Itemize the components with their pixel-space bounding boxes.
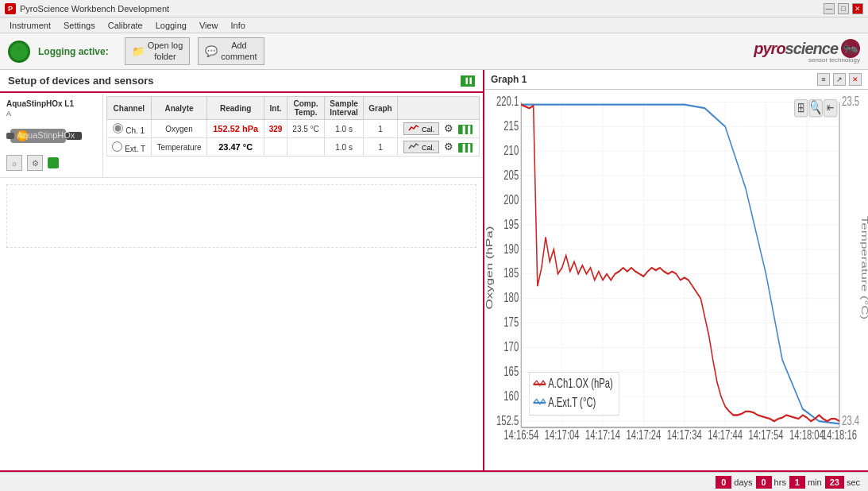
folder-icon: 📁 (132, 45, 145, 57)
panel-pause-button[interactable]: ▐▐ (461, 75, 475, 87)
cell-reading-1: 152.52 hPa (207, 120, 264, 138)
menu-logging[interactable]: Logging (149, 19, 193, 32)
menu-settings[interactable]: Settings (57, 19, 102, 32)
cell-comp-temp-1: 23.5 °C (287, 120, 325, 138)
panel-title: Setup of devices and sensors (8, 75, 154, 87)
svg-text:205: 205 (503, 167, 519, 182)
open-log-folder-button[interactable]: 📁 Open logfolder (125, 37, 191, 64)
logging-indicator (8, 41, 30, 63)
left-panel: Setup of devices and sensors ▐▐ AquaStin… (0, 70, 484, 472)
min-label: min (808, 477, 822, 487)
svg-text:Temperature (°C): Temperature (°C) (859, 216, 868, 319)
cell-actions-1: Cal. ⚙ ▐▐ (397, 120, 479, 138)
cell-sample-interval-1: 1.0 s (325, 120, 364, 138)
svg-text:14:18:16: 14:18:16 (822, 427, 857, 443)
empty-device-area (0, 178, 483, 470)
menu-calibrate[interactable]: Calibrate (102, 19, 149, 32)
calibrate-button-1[interactable]: Cal. (403, 122, 439, 135)
app-icon: P (5, 3, 16, 14)
svg-text:23.5: 23.5 (842, 94, 859, 109)
svg-text:AquaStinpHOx: AquaStinpHOx (17, 130, 75, 140)
device-status-indicator (48, 157, 59, 168)
channel-radio-1[interactable] (113, 123, 123, 133)
col-sample-interval: SampleInterval (325, 97, 364, 120)
device-image-area: AquaStinpHOx (6, 122, 96, 150)
col-int: Int. (264, 97, 287, 120)
device-image: AquaStinpHOx (6, 122, 86, 150)
hrs-segment: 0 hrs (756, 476, 786, 489)
table-row: Ch. 1 Oxygen 152.52 hPa 329 23.5 °C 1.0 … (107, 120, 480, 138)
device-id: A (6, 110, 96, 118)
graph-table-view-button[interactable]: ≡ (817, 73, 830, 86)
svg-text:195: 195 (503, 216, 519, 231)
cell-graph-2: 1 (364, 138, 398, 157)
hrs-label: hrs (774, 477, 786, 487)
status-icon-2[interactable]: ▐▐ (458, 143, 473, 153)
col-graph: Graph (364, 97, 398, 120)
main-content: Setup of devices and sensors ▐▐ AquaStin… (0, 70, 868, 472)
svg-text:14:17:44: 14:17:44 (708, 427, 743, 443)
svg-text:14:17:04: 14:17:04 (545, 427, 580, 443)
days-segment: 0 days (716, 476, 752, 489)
status-icon-1[interactable]: ▐▐ (458, 125, 473, 134)
svg-text:⊞: ⊞ (797, 100, 804, 115)
menu-instrument[interactable]: Instrument (3, 19, 57, 32)
calibrate-button-2[interactable]: Cal. (403, 141, 439, 153)
channel-radio-2[interactable] (112, 141, 122, 152)
cell-int-1: 329 (264, 120, 287, 138)
reading-value-1: 152.52 hPa (213, 124, 258, 133)
status-bar: 0 days 0 hrs 1 min 23 sec (0, 472, 868, 491)
sec-label: sec (847, 477, 860, 487)
svg-text:14:17:24: 14:17:24 (626, 427, 661, 443)
device-controls: ☼ ⚙ (6, 155, 96, 171)
settings-icon-2[interactable]: ⚙ (444, 141, 453, 153)
graph-header: Graph 1 ≡ ↗ ✕ (484, 70, 868, 90)
col-comp-temp: Comp.Temp. (287, 97, 325, 120)
svg-text:175: 175 (503, 315, 519, 330)
cell-analyte-2: Temperature (151, 138, 207, 157)
add-comment-label: Addcomment (221, 41, 257, 61)
menu-view[interactable]: View (193, 19, 225, 32)
maximize-button[interactable]: □ (838, 3, 849, 14)
comment-icon: 💬 (205, 45, 218, 57)
empty-slot-1 (6, 184, 476, 248)
hrs-badge: 0 (756, 476, 772, 489)
chart-icon-2 (408, 142, 419, 150)
graph-export-button[interactable]: ↗ (833, 73, 846, 86)
svg-text:200: 200 (503, 191, 519, 207)
col-analyte: Analyte (151, 97, 207, 120)
menu-info[interactable]: Info (225, 19, 252, 32)
svg-text:170: 170 (503, 339, 519, 354)
svg-text:A.Ch1.OX (hPa): A.Ch1.OX (hPa) (548, 376, 613, 391)
cell-channel-2: Ext. T (107, 138, 152, 157)
device-settings-icon[interactable]: ⚙ (27, 155, 43, 171)
brand-logo: 🐜 (841, 39, 860, 58)
svg-text:185: 185 (503, 265, 519, 280)
sensor-table-wrapper: Channel Analyte Reading Int. Comp.Temp. … (103, 93, 483, 177)
svg-text:220.1: 220.1 (496, 94, 519, 109)
cell-comp-temp-2 (287, 138, 325, 157)
cell-reading-2: 23.47 °C (207, 138, 264, 157)
sensor-table: Channel Analyte Reading Int. Comp.Temp. … (106, 96, 480, 157)
svg-text:160: 160 (503, 389, 519, 404)
svg-text:190: 190 (503, 241, 519, 256)
days-label: days (734, 477, 752, 487)
graph-close-button[interactable]: ✕ (849, 73, 862, 86)
svg-text:14:16:54: 14:16:54 (503, 427, 538, 443)
cell-graph-1: 1 (364, 120, 398, 138)
close-button[interactable]: ✕ (852, 3, 863, 14)
minimize-button[interactable]: — (824, 3, 835, 14)
svg-text:14:17:34: 14:17:34 (667, 427, 702, 443)
svg-text:14:17:14: 14:17:14 (585, 427, 620, 443)
cell-sample-interval-2: 1.0 s (325, 138, 364, 157)
sec-badge: 23 (825, 476, 844, 489)
cell-analyte-1: Oxygen (151, 120, 207, 138)
graph-svg: 220.1 215 210 205 200 195 190 185 180 17… (484, 90, 868, 470)
cell-actions-2: Cal. ⚙ ▐▐ (397, 138, 479, 157)
title-bar: P PyroScience Workbench Development — □ … (0, 0, 868, 17)
cell-channel: Ch. 1 (107, 120, 152, 138)
graph-title: Graph 1 (491, 74, 527, 85)
add-comment-button[interactable]: 💬 Addcomment (198, 37, 264, 64)
device-sun-icon[interactable]: ☼ (6, 155, 22, 171)
settings-icon-1[interactable]: ⚙ (444, 122, 453, 134)
